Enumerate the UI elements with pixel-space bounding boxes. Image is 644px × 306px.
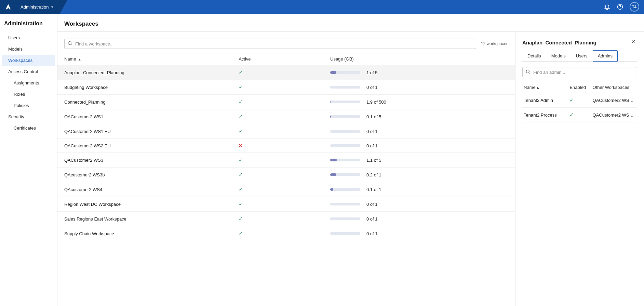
- admin-row[interactable]: Tenant2 Admin✓QACustomer2 WS3, Q...: [522, 93, 637, 108]
- column-header-usage[interactable]: Usage (GB): [327, 53, 515, 65]
- check-icon: ✓: [239, 157, 243, 163]
- admins-table: Name ▴ Enabled Other Workspaces: [522, 82, 637, 122]
- sidebar-item-policies[interactable]: Policies: [0, 100, 57, 111]
- workspace-usage-cell: 0.1 of 1: [327, 182, 515, 197]
- usage-text: 0.1 of 1: [366, 187, 381, 192]
- table-row[interactable]: QACustomer2 WS1 EU✓0 of 1: [57, 124, 515, 139]
- table-row[interactable]: QAcustomer2 WS3b✓0.2 of 1: [57, 168, 515, 182]
- check-icon: ✓: [569, 112, 574, 118]
- column-header-name[interactable]: Name ▴: [57, 53, 236, 65]
- workspace-search-input[interactable]: [75, 41, 473, 46]
- brand-logo[interactable]: [0, 0, 16, 14]
- workspace-name-cell: Budgeting Workspace: [57, 80, 236, 95]
- details-panel: Anaplan_Connected_Planning DetailsModels…: [515, 32, 644, 306]
- admin-column-name[interactable]: Name ▴: [522, 82, 568, 93]
- workspace-usage-cell: 0 of 1: [327, 197, 515, 212]
- admin-other-cell: QACustomer2 WS3, Q...: [591, 93, 637, 108]
- usage-bar: [330, 232, 360, 235]
- workspace-active-cell: ✓: [236, 124, 327, 139]
- avatar[interactable]: TA: [630, 2, 639, 12]
- svg-point-1: [620, 8, 620, 9]
- x-icon: ✕: [239, 143, 243, 148]
- workspace-active-cell: ✓: [236, 95, 327, 109]
- sidebar-item-users[interactable]: Users: [0, 32, 57, 43]
- admin-column-enabled[interactable]: Enabled: [568, 82, 591, 93]
- workspace-active-cell: ✕: [236, 139, 327, 153]
- table-row[interactable]: Budgeting Workspace✓0 of 1: [57, 80, 515, 95]
- details-tabs: DetailsModelsUsersAdmins: [522, 50, 637, 62]
- admin-other-cell: QACustomer2 WS3, Q...: [591, 108, 637, 122]
- table-row[interactable]: QAcustomer2 WS4✓0.1 of 1: [57, 182, 515, 197]
- sort-ascending-icon: ▴: [537, 85, 539, 90]
- workspace-count-label: 12 workspaces: [481, 41, 508, 46]
- tab-models[interactable]: Models: [546, 50, 571, 62]
- check-icon: ✓: [239, 172, 243, 177]
- usage-bar: [330, 130, 360, 133]
- workspace-name-cell: Connected_Planning: [57, 95, 236, 109]
- check-icon: ✓: [239, 114, 243, 119]
- usage-text: 0 of 1: [366, 85, 378, 90]
- table-row[interactable]: Supply Chain Workspace✓0 of 1: [57, 226, 515, 241]
- usage-text: 0.1 of 5: [366, 114, 381, 119]
- table-row[interactable]: QACustomer2 WS1✓0.1 of 5: [57, 109, 515, 124]
- usage-bar: [330, 173, 360, 176]
- sidebar-item-security[interactable]: Security: [0, 111, 57, 122]
- check-icon: ✓: [239, 84, 243, 90]
- table-row[interactable]: Connected_Planning✓1.9 of 500: [57, 95, 515, 109]
- column-header-active[interactable]: Active: [236, 53, 327, 65]
- workspace-name-cell: QACustomer2 WS3: [57, 153, 236, 168]
- tab-users[interactable]: Users: [571, 50, 593, 62]
- tab-admins[interactable]: Admins: [593, 50, 618, 62]
- table-row[interactable]: Anaplan_Connected_Planning✓1 of 5: [57, 65, 515, 80]
- app-selector[interactable]: Administration ▾: [16, 0, 60, 14]
- svg-point-6: [526, 70, 529, 73]
- workspace-active-cell: ✓: [236, 182, 327, 197]
- tab-details[interactable]: Details: [522, 50, 546, 62]
- avatar-initials: TA: [632, 5, 637, 9]
- sidebar-item-models[interactable]: Models: [0, 43, 57, 55]
- help-icon[interactable]: [617, 3, 623, 10]
- workspace-usage-cell: 0 of 1: [327, 80, 515, 95]
- workspaces-table: Name ▴ Active Usage (GB): [57, 53, 515, 241]
- workspace-usage-cell: 0 of 1: [327, 124, 515, 139]
- admin-column-other[interactable]: Other Workspaces: [591, 82, 637, 93]
- sidebar-item-access-control[interactable]: Access Control: [0, 66, 57, 77]
- usage-text: 1 of 5: [366, 70, 378, 75]
- table-row[interactable]: QACustomer2 WS3✓1.1 of 5: [57, 153, 515, 168]
- workspace-search-box[interactable]: [64, 39, 476, 49]
- usage-bar: [330, 71, 360, 74]
- workspace-usage-cell: 0.1 of 5: [327, 109, 515, 124]
- workspace-name-cell: Region West DC Workspace: [57, 197, 236, 212]
- admin-row[interactable]: Tenant2 Process✓QACustomer2 WS3, Q...: [522, 108, 637, 122]
- workspace-name-cell: QAcustomer2 WS3b: [57, 168, 236, 182]
- sidebar-item-certificates[interactable]: Certificates: [0, 122, 57, 134]
- sort-ascending-icon: ▴: [79, 57, 81, 61]
- table-row[interactable]: QACustomer2 WS2 EU✕0 of 1: [57, 139, 515, 153]
- usage-bar: [330, 144, 360, 147]
- usage-bar: [330, 101, 360, 103]
- app-selector-label: Administration: [21, 4, 49, 10]
- close-details-button[interactable]: [630, 38, 637, 47]
- search-icon: [525, 69, 531, 75]
- check-icon: ✓: [239, 201, 243, 207]
- usage-bar: [330, 217, 360, 220]
- sidebar-item-assignments[interactable]: Assignments: [0, 77, 57, 89]
- workspace-active-cell: ✓: [236, 65, 327, 80]
- table-row[interactable]: Region West DC Workspace✓0 of 1: [57, 197, 515, 212]
- svg-line-3: [71, 44, 72, 45]
- table-row[interactable]: Sales Regions East Workspace✓0 of 1: [57, 212, 515, 226]
- svg-line-7: [529, 72, 530, 74]
- check-icon: ✓: [239, 186, 243, 192]
- admin-search-box[interactable]: [522, 67, 637, 77]
- usage-text: 0 of 1: [366, 202, 378, 207]
- usage-bar: [330, 203, 360, 205]
- notifications-icon[interactable]: [604, 3, 611, 10]
- workspace-active-cell: ✓: [236, 197, 327, 212]
- usage-text: 1.1 of 5: [366, 158, 381, 163]
- sidebar-item-workspaces[interactable]: Workspaces: [2, 55, 55, 66]
- sidebar: Administration UsersModelsWorkspacesAcce…: [0, 14, 57, 306]
- sidebar-item-roles[interactable]: Roles: [0, 89, 57, 100]
- admin-name-cell: Tenant2 Process: [522, 108, 568, 122]
- workspace-active-cell: ✓: [236, 80, 327, 95]
- admin-search-input[interactable]: [533, 70, 634, 75]
